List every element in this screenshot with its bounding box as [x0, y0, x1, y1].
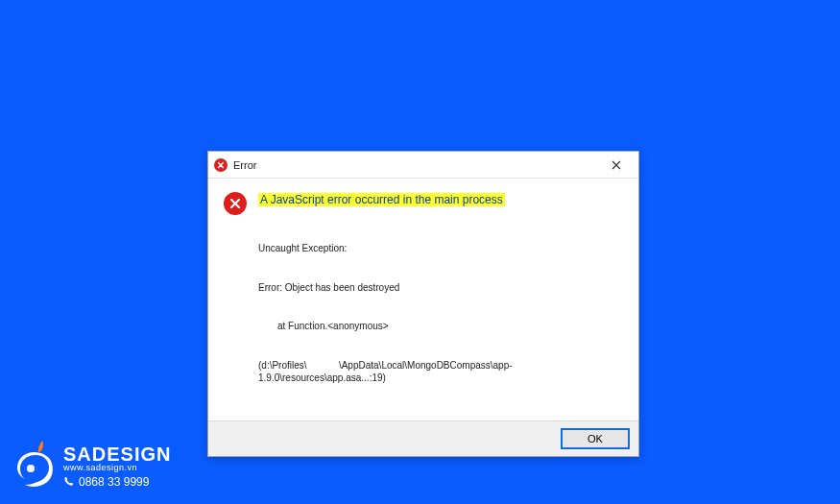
close-button[interactable] — [600, 152, 633, 178]
dialog-title: Error — [233, 159, 600, 171]
error-dialog: Error A JavaScript error occurred in the… — [207, 151, 639, 457]
brand-phone-number: 0868 33 9999 — [79, 476, 149, 488]
detail-line: (d:\Profiles\ \AppData\Local\MongoDBComp… — [258, 359, 623, 385]
svg-point-0 — [27, 465, 35, 472]
brand-watermark: SADESIGN www.sadesign.vn 0868 33 9999 — [13, 439, 171, 492]
brand-logo-icon — [13, 439, 56, 492]
brand-url: www.sadesign.vn — [63, 464, 171, 472]
titlebar[interactable]: Error — [208, 152, 638, 179]
error-icon — [224, 192, 247, 215]
error-title-icon — [214, 158, 228, 172]
detail-line: Uncaught Exception: — [258, 242, 623, 255]
brand-name: SADESIGN — [63, 444, 171, 464]
phone-icon — [63, 476, 74, 487]
detail-line: at Function.<anonymous> — [258, 320, 623, 333]
error-headline: A JavaScript error occurred in the main … — [258, 193, 505, 206]
dialog-content: A JavaScript error occurred in the main … — [208, 179, 638, 420]
close-icon — [612, 160, 621, 170]
brand-phone: 0868 33 9999 — [63, 476, 171, 488]
error-details: Uncaught Exception: Error: Object has be… — [258, 216, 623, 411]
ok-button[interactable]: OK — [562, 429, 629, 448]
detail-line: Error: Object has been destroyed — [258, 281, 623, 295]
dialog-footer: OK — [208, 420, 638, 456]
